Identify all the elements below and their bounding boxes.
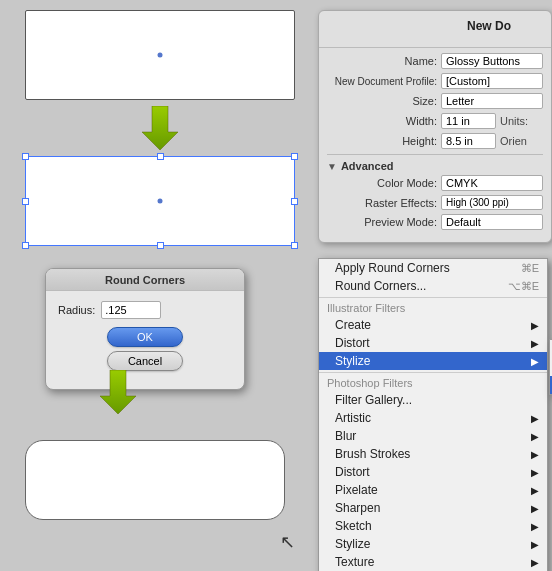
height-row: Height: 8.5 in Orien [319,133,551,149]
name-row: Name: Glossy Buttons [319,53,551,69]
submenu-arrow: ▶ [531,467,539,478]
width-value: 11 in [441,113,496,129]
color-mode-row: Color Mode: CMYK [319,175,551,191]
submenu-arrow: ▶ [531,431,539,442]
preview-value: Default [441,214,543,230]
divider [327,154,543,155]
size-row: Size: Letter [319,93,551,109]
submenu-arrow: ▶ [531,557,539,568]
new-doc-panel: New Do Name: Glossy Buttons New Document… [318,10,552,243]
menu-sharpen[interactable]: Sharpen ▶ [319,499,547,517]
dialog-buttons: OK Cancel [58,327,232,379]
menu-item-label: Blur [335,429,356,443]
menu-texture[interactable]: Texture ▶ [319,553,547,571]
raster-label: Raster Effects: [327,197,437,209]
context-menu[interactable]: Apply Round Corners ⌘E Round Corners... … [318,258,548,571]
panel-title: New Do [435,19,543,33]
color-mode-label: Color Mode: [327,177,437,189]
menu-blur[interactable]: Blur ▶ [319,427,547,445]
submenu-arrow: ▶ [531,539,539,550]
submenu-arrow: ▶ [531,356,539,367]
svg-marker-0 [142,106,178,150]
handle-tr [291,153,298,160]
menu-shortcut: ⌘E [521,262,539,275]
menu-stylize2[interactable]: Stylize ▶ [319,535,547,553]
submenu-arrow: ▶ [531,320,539,331]
size-label: Size: [327,95,437,107]
profile-value: [Custom] [441,73,543,89]
advanced-arrow-icon: ▼ [327,161,337,172]
handle-bl [22,242,29,249]
step3-rounded-rect [25,440,285,520]
units-label: Units: [500,115,528,127]
round-corners-dialog: Round Corners Radius: OK Cancel [45,268,245,390]
raster-value: High (300 ppi) [441,195,543,210]
menu-item-label: Sharpen [335,501,380,515]
preview-row: Preview Mode: Default [319,214,551,230]
submenu-arrow: ▶ [531,449,539,460]
ok-button[interactable]: OK [107,327,183,347]
menu-item-label: Round Corners... [335,279,426,293]
radius-input[interactable] [101,301,161,319]
arrow-2 [100,370,136,414]
center-dot-2 [158,199,163,204]
menu-brush-strokes[interactable]: Brush Strokes ▶ [319,445,547,463]
profile-label: New Document Profile: [327,76,437,87]
handle-mr [291,198,298,205]
cancel-button[interactable]: Cancel [107,351,183,371]
menu-item-label: Artistic [335,411,371,425]
step2-container [20,156,300,256]
handle-br [291,242,298,249]
menu-distort[interactable]: Distort ▶ [319,334,547,352]
size-value: Letter [441,93,543,109]
menu-filter-gallery[interactable]: Filter Gallery... [319,391,547,409]
menu-item-label: Distort [335,336,370,350]
separator-2 [319,372,547,373]
tutorial-steps [10,10,310,260]
handle-tl [22,153,29,160]
page-cursor: ↖ [280,531,295,553]
radius-label: Radius: [58,304,95,316]
menu-item-label: Pixelate [335,483,378,497]
step3-container [15,432,295,520]
step2-rect [25,156,295,246]
menu-item-label: Filter Gallery... [335,393,412,407]
handle-tm [157,153,164,160]
name-value: Glossy Buttons [441,53,543,69]
photoshop-filters-label: Photoshop Filters [319,375,547,391]
raster-row: Raster Effects: High (300 ppi) [319,195,551,210]
arrow-1 [142,106,178,150]
menu-artistic[interactable]: Artistic ▶ [319,409,547,427]
menu-pixelate[interactable]: Pixelate ▶ [319,481,547,499]
preview-label: Preview Mode: [327,216,437,228]
separator-1 [319,297,547,298]
menu-create[interactable]: Create ▶ [319,316,547,334]
menu-stylize[interactable]: Stylize ▶ [319,352,547,370]
menu-item-label: Stylize [335,354,370,368]
menu-item-label: Stylize [335,537,370,551]
menu-apply-round-corners[interactable]: Apply Round Corners ⌘E [319,259,547,277]
dialog-title: Round Corners [46,269,244,291]
orient-label: Orien [500,135,527,147]
submenu-arrow: ▶ [531,521,539,532]
submenu-arrow: ▶ [531,338,539,349]
submenu-arrow: ▶ [531,503,539,514]
menu-distort2[interactable]: Distort ▶ [319,463,547,481]
handle-bm [157,242,164,249]
submenu-arrow: ▶ [531,413,539,424]
menu-sketch[interactable]: Sketch ▶ [319,517,547,535]
menu-item-label: Sketch [335,519,372,533]
menu-round-corners[interactable]: Round Corners... ⌥⌘E [319,277,547,295]
menu-item-label: Texture [335,555,374,569]
color-mode-value: CMYK [441,175,543,191]
radius-row: Radius: [58,301,232,319]
menu-item-label: Distort [335,465,370,479]
submenu-arrow: ▶ [531,485,539,496]
step1-rect [25,10,295,100]
advanced-row: ▼ Advanced [319,160,551,172]
right-panel: New Do Name: Glossy Buttons New Document… [318,10,552,243]
menu-item-label: Apply Round Corners [335,261,450,275]
illustrator-filters-label: Illustrator Filters [319,300,547,316]
menu-item-label: Brush Strokes [335,447,410,461]
profile-row: New Document Profile: [Custom] [319,73,551,89]
